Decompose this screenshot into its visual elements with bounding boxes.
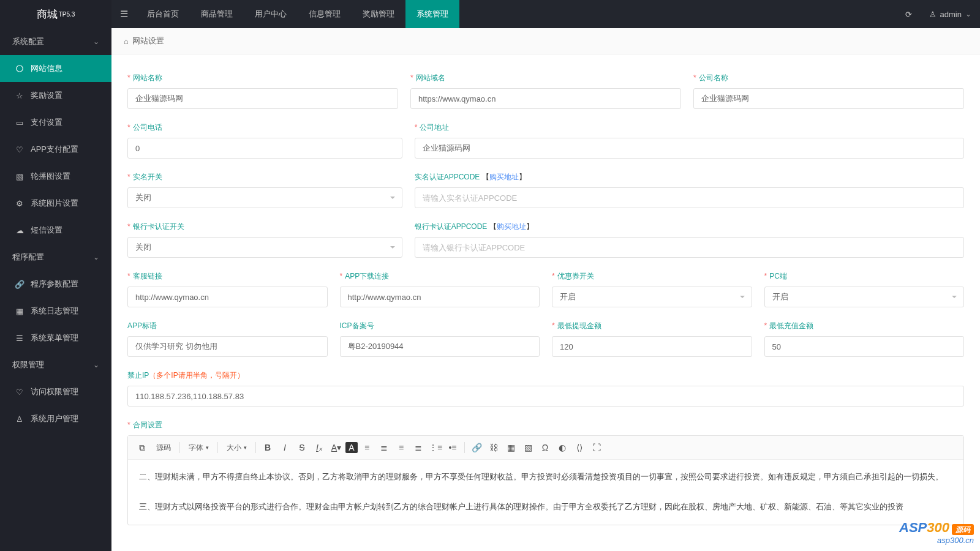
- sidebar-item-app-pay[interactable]: ♡APP支付配置: [0, 136, 111, 163]
- bankcard-switch-select[interactable]: [127, 237, 402, 258]
- bankcard-code-input[interactable]: [415, 237, 964, 258]
- bankcard-buy-link[interactable]: 购买地址: [497, 222, 526, 231]
- company-phone-input[interactable]: [127, 138, 402, 159]
- coupon-switch-select[interactable]: [552, 287, 752, 307]
- min-recharge-input[interactable]: [764, 336, 965, 357]
- logo: 商城TP5.3: [0, 0, 111, 28]
- topnav-home[interactable]: 后台首页: [136, 0, 190, 28]
- editor-image-button[interactable]: ▧: [520, 440, 536, 455]
- chevron-down-icon: ⌄: [93, 253, 99, 261]
- editor-omega-button[interactable]: Ω: [537, 440, 553, 455]
- user-icon: ♙: [15, 414, 24, 424]
- editor-align-justify-button[interactable]: ≣: [410, 440, 426, 455]
- realname-switch-select[interactable]: [127, 187, 402, 208]
- editor-align-left-button[interactable]: ≡: [359, 440, 375, 455]
- label-ban-ip: 禁止IP（多个IP请用半角，号隔开）: [127, 370, 964, 381]
- editor-link-button[interactable]: 🔗: [469, 440, 484, 455]
- sidebar-item-log[interactable]: ▦系统日志管理: [0, 298, 111, 324]
- editor-align-right-button[interactable]: ≡: [393, 440, 409, 455]
- editor-italic-button[interactable]: I: [277, 440, 293, 455]
- link-icon: 🔗: [15, 280, 24, 289]
- sidebar-item-payment[interactable]: ▭支付设置: [0, 109, 111, 136]
- editor-ol-button[interactable]: ⋮≡: [428, 440, 443, 455]
- editor-bgcolor-button[interactable]: A: [345, 442, 358, 453]
- editor-clear-button[interactable]: Iₓ: [311, 440, 327, 455]
- sidebar-item-sms[interactable]: ☁短信设置: [0, 217, 111, 244]
- topnav: 后台首页 商品管理 用户中心 信息管理 奖励管理 系统管理: [136, 0, 459, 28]
- label-min-recharge: 最低充值金额: [764, 321, 965, 331]
- label-bankcard-switch: 银行卡认证开关: [127, 222, 402, 232]
- gear-icon: ⚙: [15, 199, 24, 208]
- editor-source-icon[interactable]: ⧉: [134, 440, 150, 455]
- chevron-down-icon: ⌄: [965, 10, 971, 18]
- editor-source-button[interactable]: 源码: [151, 440, 176, 455]
- sidebar-item-access[interactable]: ♡访问权限管理: [0, 378, 111, 405]
- sidebar-item-users[interactable]: ♙系统用户管理: [0, 405, 111, 432]
- topnav-product[interactable]: 商品管理: [190, 0, 244, 28]
- editor-ul-button[interactable]: •≡: [445, 440, 461, 455]
- menu-toggle-icon[interactable]: ☰: [111, 9, 136, 20]
- sidebar-item-site-info[interactable]: 网站信息: [0, 55, 111, 82]
- label-site-name: 网站名称: [127, 73, 398, 83]
- image-icon: ▧: [15, 172, 24, 181]
- refresh-button[interactable]: ⟳: [897, 0, 921, 28]
- label-site-domain: 网站域名: [410, 73, 681, 83]
- calendar-icon: ▦: [15, 307, 24, 316]
- editor-strike-button[interactable]: S: [294, 440, 310, 455]
- icp-input[interactable]: [340, 336, 540, 357]
- label-pc-switch: PC端: [764, 271, 965, 282]
- company-addr-input[interactable]: [415, 138, 964, 159]
- topnav-user[interactable]: 用户中心: [244, 0, 298, 28]
- site-domain-input[interactable]: [410, 88, 681, 109]
- editor-content[interactable]: 二、理财期未满，甲方不得擅自终止本协议。否则，乙方将取消甲方的理财服务，甲方不享…: [128, 460, 963, 525]
- sidebar-item-program-param[interactable]: 🔗程序参数配置: [0, 271, 111, 298]
- user-menu[interactable]: ♙admin⌄: [921, 0, 980, 28]
- label-company-addr: 公司地址: [415, 122, 964, 133]
- cloud-icon: ☁: [15, 226, 24, 235]
- realname-buy-link[interactable]: 购买地址: [489, 173, 519, 181]
- editor-code-button[interactable]: ⟨⟩: [571, 440, 587, 455]
- menu-group-system-config[interactable]: 系统配置⌄: [0, 28, 111, 55]
- topnav-info[interactable]: 信息管理: [298, 0, 352, 28]
- editor-fullscreen-button[interactable]: ⛶: [589, 440, 605, 455]
- menu-group-program-config[interactable]: 程序配置⌄: [0, 244, 111, 271]
- topnav-reward[interactable]: 奖励管理: [352, 0, 405, 28]
- label-contract: 合同设置: [127, 420, 964, 430]
- label-coupon-switch: 优惠券开关: [552, 271, 752, 282]
- editor-bold-button[interactable]: B: [260, 440, 276, 455]
- editor-color-button[interactable]: A▾: [328, 440, 344, 455]
- company-name-input[interactable]: [693, 88, 964, 109]
- ban-ip-input[interactable]: [127, 386, 964, 407]
- card-icon: ▭: [15, 118, 24, 127]
- lock-icon: ♡: [15, 388, 24, 397]
- editor-align-center-button[interactable]: ≣: [376, 440, 392, 455]
- editor-size-select[interactable]: 大小▾: [222, 440, 252, 455]
- topnav-system[interactable]: 系统管理: [405, 0, 459, 28]
- label-min-withdraw: 最低提现金额: [552, 321, 752, 331]
- app-download-input[interactable]: [340, 287, 540, 307]
- editor-font-select[interactable]: 字体▾: [184, 440, 214, 455]
- sidebar-item-carousel[interactable]: ▧轮播图设置: [0, 163, 111, 190]
- app-slogan-input[interactable]: [127, 336, 328, 357]
- sidebar: 商城TP5.3 系统配置⌄ 网站信息 ☆奖励设置 ▭支付设置 ♡APP支付配置 …: [0, 0, 111, 551]
- pc-switch-select[interactable]: [764, 287, 965, 307]
- editor-table-button[interactable]: ▦: [503, 440, 519, 455]
- menu-group-permission[interactable]: 权限管理⌄: [0, 351, 111, 378]
- min-withdraw-input[interactable]: [552, 336, 752, 357]
- sidebar-item-sys-image[interactable]: ⚙系统图片设置: [0, 190, 111, 217]
- label-app-slogan: APP标语: [127, 321, 328, 331]
- home-icon: ⌂: [124, 37, 129, 46]
- service-link-input[interactable]: [127, 287, 328, 307]
- sidebar-item-reward[interactable]: ☆奖励设置: [0, 82, 111, 109]
- label-app-download: APP下载连接: [340, 271, 540, 282]
- star-icon: ☆: [15, 91, 24, 100]
- editor-unlink-button[interactable]: ⛓: [486, 440, 502, 455]
- realname-code-input[interactable]: [415, 187, 964, 208]
- editor-circle-button[interactable]: ◐: [554, 440, 570, 455]
- sidebar-item-menu[interactable]: ☰系统菜单管理: [0, 324, 111, 351]
- breadcrumb: ⌂网站设置: [111, 28, 980, 54]
- site-name-input[interactable]: [127, 88, 398, 109]
- label-realname-code: 实名认证APPCODE 【购买地址】: [415, 172, 964, 182]
- topbar: ☰ 后台首页 商品管理 用户中心 信息管理 奖励管理 系统管理 ⟳ ♙admin…: [111, 0, 980, 28]
- label-company-phone: 公司电话: [127, 122, 402, 133]
